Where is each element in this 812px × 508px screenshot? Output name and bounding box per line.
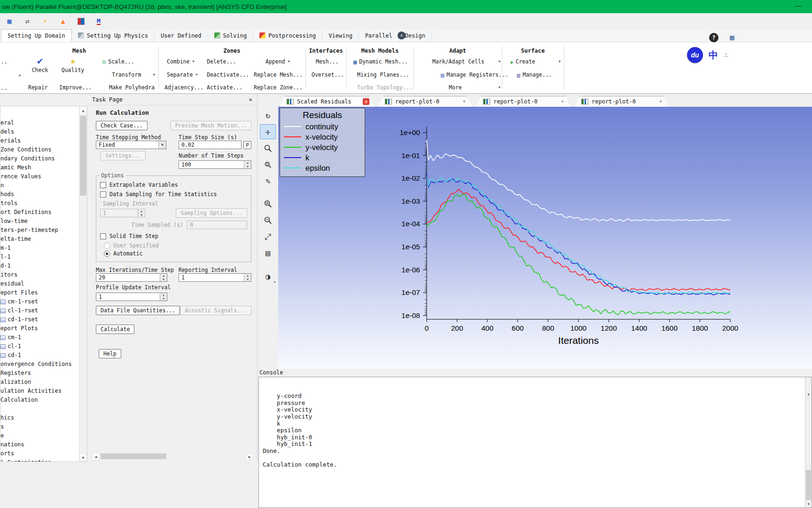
tree-item[interactable]: trols <box>0 199 79 208</box>
tree-item[interactable]: dels <box>0 127 79 136</box>
tree-item[interactable]: hods <box>0 190 79 199</box>
spin-down-icon[interactable]: ▼ <box>244 278 251 281</box>
tab-viewing[interactable]: Viewing <box>322 29 359 42</box>
repair-button[interactable]: Repair <box>28 82 48 93</box>
tab-setting-up-physics[interactable]: Setting Up Physics <box>72 29 155 42</box>
tree-item[interactable]: cl-1-rset <box>0 306 79 315</box>
spin-up-icon[interactable]: ▲ <box>244 161 251 165</box>
tree-item[interactable]: eport Plots <box>0 324 79 333</box>
tab-setting-up-domain[interactable]: Setting Up Domain <box>1 29 72 42</box>
reporting-interval-stepper[interactable]: 1 ▲▼ <box>179 273 251 282</box>
tab-postprocessing[interactable]: Postprocessing <box>253 29 322 42</box>
tree-item[interactable]: l-1 <box>0 253 79 262</box>
tree-item[interactable]: amic Mesh <box>0 163 79 172</box>
close-tab-icon[interactable]: × <box>657 98 664 105</box>
data-sampling-checkbox[interactable]: Data Sampling for Time Statistics <box>100 191 247 198</box>
parameter-button[interactable]: P <box>243 141 251 149</box>
macro-icon[interactable]: M <box>93 16 104 27</box>
scroll-left-icon[interactable]: ◀ <box>92 453 100 460</box>
close-icon[interactable]: × <box>249 94 252 105</box>
replace-mesh-button[interactable]: Replace Mesh... <box>254 70 303 80</box>
tab-report-plot-0[interactable]: report-plot-0 × <box>574 96 669 107</box>
activate-zones-button[interactable]: Activate... <box>207 82 242 93</box>
tree-item[interactable]: esidual <box>0 279 79 288</box>
tree-item[interactable]: cd-1 <box>0 351 79 360</box>
help-button[interactable]: Help <box>99 349 121 358</box>
close-tab-icon[interactable]: × <box>559 98 566 105</box>
quality-button[interactable]: ★ Quality <box>59 55 86 73</box>
data-file-quantities-button[interactable]: Data File Quantities... <box>96 306 180 315</box>
spin-down-icon[interactable]: ▼ <box>244 165 251 168</box>
tab-solving[interactable]: Solving <box>208 29 254 42</box>
improve-button[interactable]: Improve... <box>59 82 92 93</box>
tab-parallel[interactable]: Parallel <box>359 29 399 42</box>
task-page-hscrollbar[interactable]: ◀ ▶ <box>92 453 253 460</box>
tree-item[interactable]: cl-1 <box>0 342 79 351</box>
scale-button[interactable]: ⊡Scale... <box>102 56 134 67</box>
tree-item[interactable]: itors <box>0 270 79 279</box>
create-surface-button[interactable]: ✚Create▼ <box>510 56 561 67</box>
deactivate-zones-button[interactable]: Deactivate... <box>207 70 249 80</box>
layout-grid-icon[interactable]: ▦ <box>730 33 734 42</box>
scroll-up-icon[interactable]: ▲ <box>79 106 87 114</box>
tab-report-plot-0[interactable]: report-plot-0 × <box>378 96 473 107</box>
tree-item[interactable]: d-1 <box>0 262 79 270</box>
max-iterations-stepper[interactable]: 20 ▲▼ <box>96 273 167 282</box>
delete-zones-button[interactable]: Delete... <box>207 56 236 67</box>
make-polyhedra-button[interactable]: Make Polyhedra <box>109 82 155 93</box>
tree-item[interactable]: n <box>0 181 79 190</box>
scroll-down-icon[interactable]: ▼ <box>805 501 812 508</box>
display-options-button[interactable]: ◑▼ <box>260 269 276 284</box>
tree-item[interactable]: Registers <box>0 369 79 378</box>
append-button[interactable]: Append▼ <box>265 56 290 67</box>
dynamic-mesh-button[interactable]: ▦Dynamic Mesh... <box>353 56 408 67</box>
transform-button[interactable]: Transform▼ <box>112 70 155 80</box>
minimize-button[interactable]: — <box>795 2 802 9</box>
tree-item[interactable]: Calculation <box>0 396 79 405</box>
chevron-down-icon[interactable]: ▼ <box>19 71 21 81</box>
rotate-view-button[interactable]: ↻ <box>260 108 276 123</box>
lightning-icon[interactable]: ⚡ <box>39 16 51 27</box>
pan-button[interactable]: ✛ <box>260 124 276 139</box>
ime-tools-icon[interactable]: ∴ <box>724 51 728 59</box>
tree-item[interactable]: ndary Conditions <box>0 154 79 163</box>
tree-item[interactable]: cd-1-rset <box>0 315 79 324</box>
tree-item[interactable]: orts <box>0 449 79 458</box>
tree-item[interactable]: ters-per-timestep <box>0 226 79 235</box>
separate-button[interactable]: Separate▼ <box>167 70 198 80</box>
tree-item[interactable]: elta-time <box>0 235 79 244</box>
tree-scrollbar[interactable]: ▲ ▼ <box>79 106 87 461</box>
console-output[interactable]: y-coord pressure x-velocity y-velocity k… <box>258 377 812 508</box>
tab-user-defined[interactable]: User Defined <box>155 29 208 42</box>
profile-update-interval-stepper[interactable]: 1 ▲▼ <box>96 293 167 301</box>
time-stepping-method-select[interactable]: Fixed ▼ <box>96 141 166 149</box>
zoom-out-button[interactable] <box>260 213 276 228</box>
tree-item[interactable]: & Customization <box>0 458 79 462</box>
adapt-more-button[interactable]: More▼ <box>449 82 500 93</box>
tree-item[interactable]: m-1 <box>0 244 79 253</box>
split-view-icon[interactable] <box>75 16 86 27</box>
close-tab-icon[interactable]: × <box>461 98 468 105</box>
scroll-thumb[interactable] <box>101 453 166 459</box>
zoom-button[interactable] <box>260 141 276 156</box>
fluent-logo-icon[interactable]: ▦ <box>4 16 15 27</box>
solid-time-step-checkbox[interactable]: Solid Time Step <box>100 233 247 239</box>
tree-item[interactable]: erials <box>0 136 79 145</box>
console-scrollbar[interactable]: ▲ ▼ <box>805 377 812 508</box>
zoom-in-button[interactable] <box>260 196 276 211</box>
help-button[interactable]: ? <box>709 33 718 42</box>
manage-registers-button[interactable]: ▤Manage Registers... <box>441 70 508 80</box>
tree-item[interactable]: eport Files <box>0 288 79 297</box>
tree-item[interactable]: s <box>0 422 79 431</box>
tree-item[interactable]: cm-1-rset <box>0 297 79 306</box>
scroll-right-icon[interactable]: ▶ <box>246 453 253 460</box>
manage-surface-button[interactable]: ▨Manage... <box>517 70 552 80</box>
cropped-item[interactable]: .. <box>1 83 8 93</box>
spin-down-icon[interactable]: ▼ <box>160 297 167 301</box>
cropped-item[interactable]: .. <box>1 56 8 67</box>
tree-item[interactable]: ulation Activities <box>0 387 79 396</box>
scroll-down-icon[interactable]: ▼ <box>79 453 87 461</box>
tree-item[interactable]: eral <box>0 119 79 127</box>
tree-item[interactable]: Zone Conditions <box>0 145 79 154</box>
zoom-box-button[interactable] <box>260 157 276 172</box>
